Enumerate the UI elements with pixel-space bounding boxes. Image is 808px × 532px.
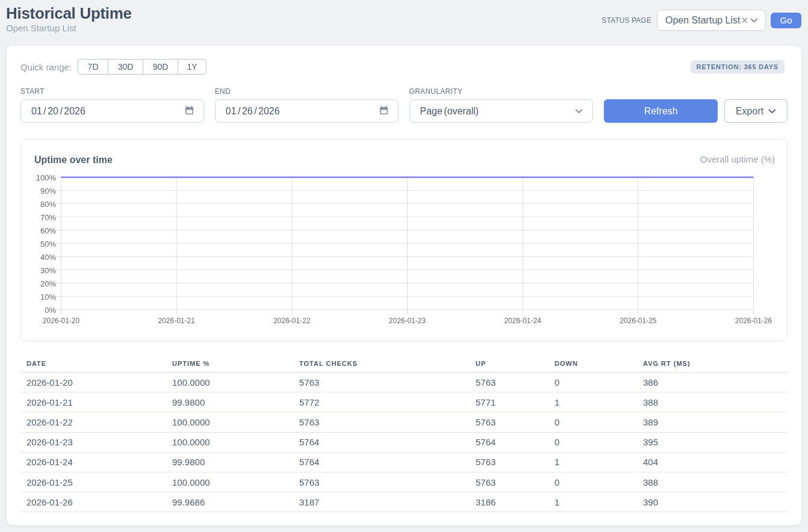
- svg-text:80%: 80%: [40, 200, 56, 209]
- svg-text:30%: 30%: [40, 266, 56, 275]
- svg-text:2026-01-22: 2026-01-22: [273, 317, 311, 325]
- svg-text:90%: 90%: [40, 187, 56, 196]
- svg-text:60%: 60%: [40, 226, 56, 235]
- svg-text:50%: 50%: [40, 240, 56, 249]
- svg-text:20%: 20%: [40, 279, 56, 288]
- svg-text:2026-01-21: 2026-01-21: [158, 317, 195, 325]
- svg-text:40%: 40%: [40, 253, 56, 262]
- svg-text:2026-01-20: 2026-01-20: [43, 317, 80, 325]
- svg-text:100%: 100%: [36, 173, 57, 182]
- svg-text:0%: 0%: [45, 306, 56, 315]
- svg-text:70%: 70%: [40, 213, 56, 222]
- svg-text:2026-01-25: 2026-01-25: [620, 317, 657, 325]
- svg-text:2026-01-24: 2026-01-24: [504, 317, 541, 325]
- svg-text:10%: 10%: [40, 292, 56, 302]
- svg-text:2026-01-23: 2026-01-23: [389, 317, 426, 325]
- svg-text:2026-01-26: 2026-01-26: [735, 317, 772, 325]
